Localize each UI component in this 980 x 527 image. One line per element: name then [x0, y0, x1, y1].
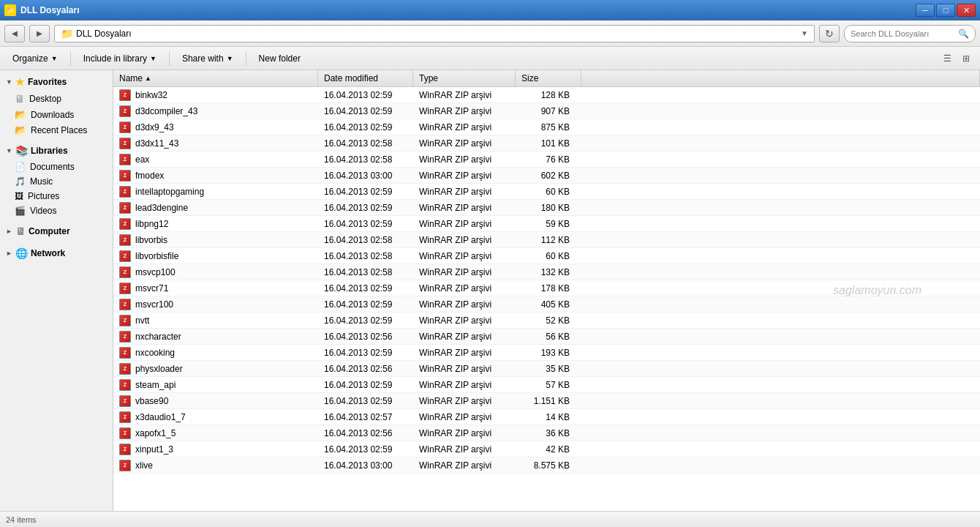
- table-row[interactable]: Z libvorbis 16.04.2013 02:58 WinRAR ZIP …: [113, 232, 980, 248]
- file-type-cell: WinRAR ZIP arşivi: [413, 122, 516, 132]
- view-large-icons-button[interactable]: ⊞: [958, 52, 974, 65]
- address-box[interactable]: 📁 DLL Dosyaları ▼: [54, 25, 815, 42]
- file-date-cell: 16.04.2013 03:00: [318, 171, 413, 181]
- file-type-cell: WinRAR ZIP arşivi: [413, 283, 516, 294]
- file-type-cell: WinRAR ZIP arşivi: [413, 154, 516, 165]
- zip-icon: Z: [119, 315, 131, 326]
- new-folder-button[interactable]: New folder: [252, 50, 307, 67]
- file-type-cell: WinRAR ZIP arşivi: [413, 90, 516, 100]
- file-size-cell: 907 KB: [516, 106, 581, 116]
- recent-places-icon: 📂: [15, 124, 26, 135]
- documents-icon: 📄: [15, 162, 26, 172]
- forward-button[interactable]: ►: [29, 25, 50, 42]
- main-layout: ▼ ★ Favorites 🖥 Desktop 📂 Downloads 📂 Re…: [0, 70, 980, 511]
- favorites-label: Favorites: [28, 77, 67, 87]
- file-date-cell: 16.04.2013 02:59: [318, 444, 413, 455]
- search-input[interactable]: [851, 29, 958, 38]
- view-details-button[interactable]: ☰: [939, 52, 955, 65]
- table-row[interactable]: Z msvcp100 16.04.2013 02:58 WinRAR ZIP a…: [113, 264, 980, 280]
- maximize-button[interactable]: □: [936, 4, 955, 17]
- computer-section[interactable]: ► 🖥 Computer: [0, 223, 113, 240]
- file-size-cell: 8.575 KB: [516, 460, 581, 471]
- file-name-cell: Z d3dx11_43: [113, 138, 318, 149]
- search-icon[interactable]: 🔍: [958, 29, 969, 39]
- table-row[interactable]: Z intellaptopgaming 16.04.2013 02:59 Win…: [113, 184, 980, 200]
- table-row[interactable]: Z msvcr71 16.04.2013 02:59 WinRAR ZIP ar…: [113, 280, 980, 296]
- zip-icon: Z: [119, 186, 131, 198]
- file-date-cell: 16.04.2013 02:59: [318, 396, 413, 406]
- file-type-cell: WinRAR ZIP arşivi: [413, 412, 516, 422]
- sidebar-item-recent-places[interactable]: 📂 Recent Places: [0, 122, 113, 138]
- file-date-cell: 16.04.2013 02:59: [318, 219, 413, 229]
- table-row[interactable]: Z fmodex 16.04.2013 03:00 WinRAR ZIP arş…: [113, 168, 980, 184]
- file-name-cell: Z msvcr100: [113, 299, 318, 310]
- file-size-cell: 36 KB: [516, 428, 581, 438]
- table-row[interactable]: Z xlive 16.04.2013 03:00 WinRAR ZIP arşi…: [113, 457, 980, 474]
- sidebar-item-videos[interactable]: 🎬 Videos: [0, 203, 113, 218]
- file-name: d3dx11_43: [135, 138, 178, 149]
- zip-icon: Z: [119, 202, 131, 214]
- table-row[interactable]: Z nvtt 16.04.2013 02:59 WinRAR ZIP arşiv…: [113, 313, 980, 329]
- toolbar: Organize ▼ Include in library ▼ Share wi…: [0, 47, 980, 70]
- file-name: x3daudio1_7: [135, 412, 186, 422]
- file-size-cell: 59 KB: [516, 219, 581, 229]
- zip-icon: Z: [119, 363, 131, 375]
- zip-icon: Z: [119, 170, 131, 182]
- zip-icon: Z: [119, 444, 131, 455]
- refresh-button[interactable]: ↻: [819, 25, 840, 42]
- address-dropdown-arrow[interactable]: ▼: [801, 29, 808, 37]
- back-button[interactable]: ◄: [4, 25, 25, 42]
- file-date-cell: 16.04.2013 02:59: [318, 283, 413, 294]
- organize-button[interactable]: Organize ▼: [6, 50, 64, 67]
- file-name-cell: Z eax: [113, 154, 318, 165]
- network-section[interactable]: ► 🌐 Network: [0, 244, 113, 262]
- table-row[interactable]: Z nxcooking 16.04.2013 02:59 WinRAR ZIP …: [113, 345, 980, 361]
- share-with-button[interactable]: Share with ▼: [176, 50, 240, 67]
- libraries-section[interactable]: ▼ 📚 Libraries: [0, 142, 113, 160]
- table-row[interactable]: Z physxloader 16.04.2013 02:56 WinRAR ZI…: [113, 361, 980, 377]
- table-row[interactable]: Z steam_api 16.04.2013 02:59 WinRAR ZIP …: [113, 377, 980, 393]
- table-row[interactable]: Z lead3dengine 16.04.2013 02:59 WinRAR Z…: [113, 200, 980, 216]
- file-name: physxloader: [135, 364, 183, 374]
- file-size-cell: 178 KB: [516, 283, 581, 294]
- table-row[interactable]: Z eax 16.04.2013 02:58 WinRAR ZIP arşivi…: [113, 152, 980, 168]
- table-row[interactable]: Z xinput1_3 16.04.2013 02:59 WinRAR ZIP …: [113, 441, 980, 457]
- file-type-cell: WinRAR ZIP arşivi: [413, 299, 516, 310]
- table-row[interactable]: Z d3dcompiler_43 16.04.2013 02:59 WinRAR…: [113, 103, 980, 119]
- table-row[interactable]: Z x3daudio1_7 16.04.2013 02:57 WinRAR ZI…: [113, 409, 980, 425]
- table-row[interactable]: Z d3dx11_43 16.04.2013 02:58 WinRAR ZIP …: [113, 135, 980, 152]
- file-name: msvcp100: [135, 267, 176, 277]
- sidebar-item-pictures[interactable]: 🖼 Pictures: [0, 189, 113, 203]
- close-button[interactable]: ✕: [957, 4, 976, 17]
- column-header-name[interactable]: Name ▲: [113, 70, 318, 86]
- search-box[interactable]: 🔍: [844, 25, 976, 42]
- column-header-date[interactable]: Date modified: [318, 70, 413, 86]
- column-header-type[interactable]: Type: [413, 70, 516, 86]
- table-row[interactable]: Z d3dx9_43 16.04.2013 02:59 WinRAR ZIP a…: [113, 119, 980, 135]
- sidebar-item-downloads[interactable]: 📂 Downloads: [0, 107, 113, 122]
- favorites-section[interactable]: ▼ ★ Favorites: [0, 73, 113, 91]
- file-type-cell: WinRAR ZIP arşivi: [413, 444, 516, 455]
- sidebar-item-documents[interactable]: 📄 Documents: [0, 160, 113, 174]
- file-name-cell: Z d3dcompiler_43: [113, 105, 318, 117]
- table-row[interactable]: Z nxcharacter 16.04.2013 02:56 WinRAR ZI…: [113, 329, 980, 345]
- toolbar-separator-1: [70, 51, 71, 66]
- window-controls: ─ □ ✕: [916, 4, 976, 17]
- table-row[interactable]: Z xapofx1_5 16.04.2013 02:56 WinRAR ZIP …: [113, 425, 980, 441]
- file-size-cell: 56 KB: [516, 332, 581, 342]
- sidebar-item-desktop[interactable]: 🖥 Desktop: [0, 91, 113, 107]
- zip-icon: Z: [119, 395, 131, 407]
- window-title: DLL Dosyaları: [20, 5, 79, 15]
- column-header-size[interactable]: Size: [516, 70, 581, 86]
- sidebar-item-music[interactable]: 🎵 Music: [0, 174, 113, 189]
- table-row[interactable]: Z vbase90 16.04.2013 02:59 WinRAR ZIP ar…: [113, 393, 980, 409]
- table-row[interactable]: Z libpng12 16.04.2013 02:59 WinRAR ZIP a…: [113, 216, 980, 232]
- file-date-cell: 16.04.2013 02:58: [318, 154, 413, 165]
- file-date-cell: 16.04.2013 02:58: [318, 138, 413, 149]
- file-size-cell: 132 KB: [516, 267, 581, 277]
- table-row[interactable]: Z binkw32 16.04.2013 02:59 WinRAR ZIP ar…: [113, 87, 980, 103]
- include-library-button[interactable]: Include in library ▼: [77, 50, 163, 67]
- table-row[interactable]: Z msvcr100 16.04.2013 02:59 WinRAR ZIP a…: [113, 296, 980, 313]
- table-row[interactable]: Z libvorbisfile 16.04.2013 02:58 WinRAR …: [113, 248, 980, 264]
- minimize-button[interactable]: ─: [916, 4, 935, 17]
